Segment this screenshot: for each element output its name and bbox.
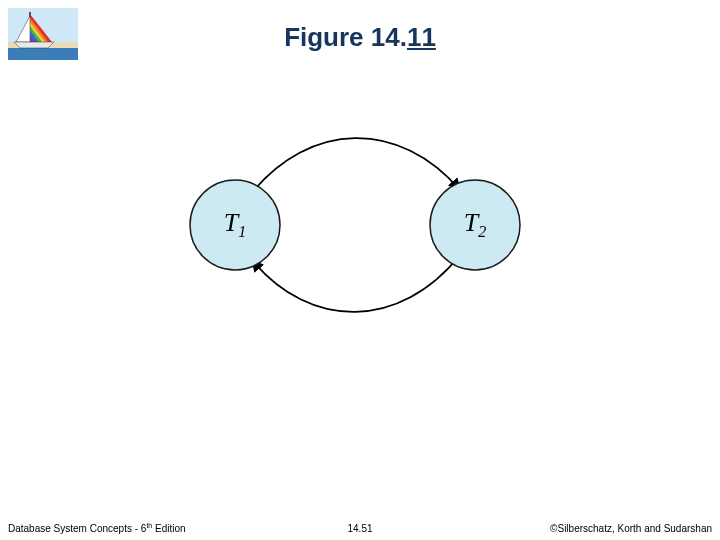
node-t2: T2 <box>430 180 520 270</box>
footer-right: ©Silberschatz, Korth and Sudarshan <box>550 523 712 534</box>
title-prefix: Figure 14. <box>284 22 407 52</box>
edge-t2-t1 <box>252 255 460 312</box>
page-number: 14.51 <box>347 523 372 534</box>
edge-t1-t2 <box>250 138 460 195</box>
title-suffix: 11 <box>407 22 436 53</box>
precedence-graph: T1 T2 <box>140 130 560 350</box>
slide-title: Figure 14.11 <box>0 22 720 53</box>
node-t1-sub: 1 <box>238 223 246 240</box>
copyright: ©Silberschatz, Korth and Sudarshan <box>550 523 712 534</box>
slide: Figure 14.11 T1 <box>0 0 720 540</box>
node-t2-sub: 2 <box>478 223 486 240</box>
node-t1: T1 <box>190 180 280 270</box>
